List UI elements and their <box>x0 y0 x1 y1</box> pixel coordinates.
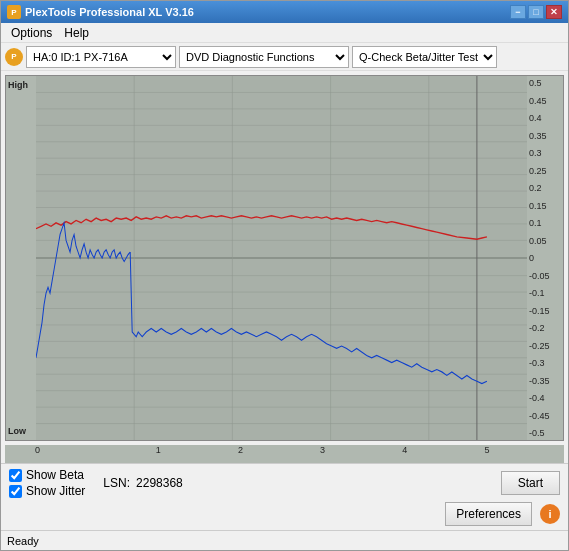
main-content: High Low <box>1 71 568 530</box>
show-beta-row: Show Beta <box>9 468 85 482</box>
y-label-14: -0.2 <box>529 323 561 333</box>
x-label-1: 1 <box>117 445 199 463</box>
chart-plot <box>36 76 527 440</box>
y-axis-left: High Low <box>6 76 36 440</box>
y-label-7: 0.15 <box>529 201 561 211</box>
drive-icon: P <box>5 48 23 66</box>
y-label-20: -0.5 <box>529 428 561 438</box>
y-label-10: 0 <box>529 253 561 263</box>
y-label-18: -0.4 <box>529 393 561 403</box>
bottom-controls: Show Beta Show Jitter LSN: 2298368 Start <box>9 468 560 498</box>
y-label-9: 0.05 <box>529 236 561 246</box>
y-label-0: 0.5 <box>529 78 561 88</box>
minimize-button[interactable]: − <box>510 5 526 19</box>
x-label-3: 3 <box>282 445 364 463</box>
status-bar: Ready <box>1 530 568 550</box>
lsn-label: LSN: <box>103 476 130 490</box>
show-beta-label: Show Beta <box>26 468 84 482</box>
chart-area: High Low <box>5 75 564 441</box>
y-label-16: -0.3 <box>529 358 561 368</box>
toolbar: P HA:0 ID:1 PX-716A DVD Diagnostic Funct… <box>1 43 568 71</box>
menu-bar: Options Help <box>1 23 568 43</box>
y-label-17: -0.35 <box>529 376 561 386</box>
title-buttons: − □ ✕ <box>510 5 562 19</box>
y-high-label: High <box>8 80 34 90</box>
test-select[interactable]: Q-Check Beta/Jitter Test <box>352 46 497 68</box>
status-text: Ready <box>7 535 39 547</box>
checkboxes: Show Beta Show Jitter <box>9 468 85 498</box>
main-window: P PlexTools Professional XL V3.16 − □ ✕ … <box>0 0 569 551</box>
x-label-5: 5 <box>446 445 528 463</box>
y-label-6: 0.2 <box>529 183 561 193</box>
show-beta-checkbox[interactable] <box>9 469 22 482</box>
y-label-12: -0.1 <box>529 288 561 298</box>
info-icon[interactable]: i <box>540 504 560 524</box>
bottom-row2: Preferences i <box>9 502 560 526</box>
y-label-19: -0.45 <box>529 411 561 421</box>
menu-help[interactable]: Help <box>58 24 95 42</box>
y-label-2: 0.4 <box>529 113 561 123</box>
y-axis-right: 0.5 0.45 0.4 0.35 0.3 0.25 0.2 0.15 0.1 … <box>527 76 563 440</box>
title-bar: P PlexTools Professional XL V3.16 − □ ✕ <box>1 1 568 23</box>
start-button[interactable]: Start <box>501 471 560 495</box>
y-label-5: 0.25 <box>529 166 561 176</box>
y-label-15: -0.25 <box>529 341 561 351</box>
window-title: PlexTools Professional XL V3.16 <box>25 6 510 18</box>
y-label-8: 0.1 <box>529 218 561 228</box>
lsn-info: LSN: 2298368 <box>103 476 182 490</box>
chart-svg <box>36 76 527 440</box>
x-axis: 0 1 2 3 4 5 <box>5 445 564 463</box>
y-label-13: -0.15 <box>529 306 561 316</box>
y-label-3: 0.35 <box>529 131 561 141</box>
app-icon: P <box>7 5 21 19</box>
show-jitter-checkbox[interactable] <box>9 485 22 498</box>
y-label-11: -0.05 <box>529 271 561 281</box>
drive-select[interactable]: HA:0 ID:1 PX-716A <box>26 46 176 68</box>
bottom-bar: Show Beta Show Jitter LSN: 2298368 Start… <box>1 463 568 530</box>
preferences-button[interactable]: Preferences <box>445 502 532 526</box>
y-label-4: 0.3 <box>529 148 561 158</box>
x-label-0: 0 <box>35 445 117 463</box>
lsn-value: 2298368 <box>136 476 183 490</box>
x-label-4: 4 <box>364 445 446 463</box>
y-label-1: 0.45 <box>529 96 561 106</box>
show-jitter-label: Show Jitter <box>26 484 85 498</box>
show-jitter-row: Show Jitter <box>9 484 85 498</box>
y-low-label: Low <box>8 426 34 436</box>
maximize-button[interactable]: □ <box>528 5 544 19</box>
function-select[interactable]: DVD Diagnostic Functions <box>179 46 349 68</box>
close-button[interactable]: ✕ <box>546 5 562 19</box>
x-label-2: 2 <box>199 445 281 463</box>
menu-options[interactable]: Options <box>5 24 58 42</box>
chart-inner: High Low <box>6 76 563 440</box>
